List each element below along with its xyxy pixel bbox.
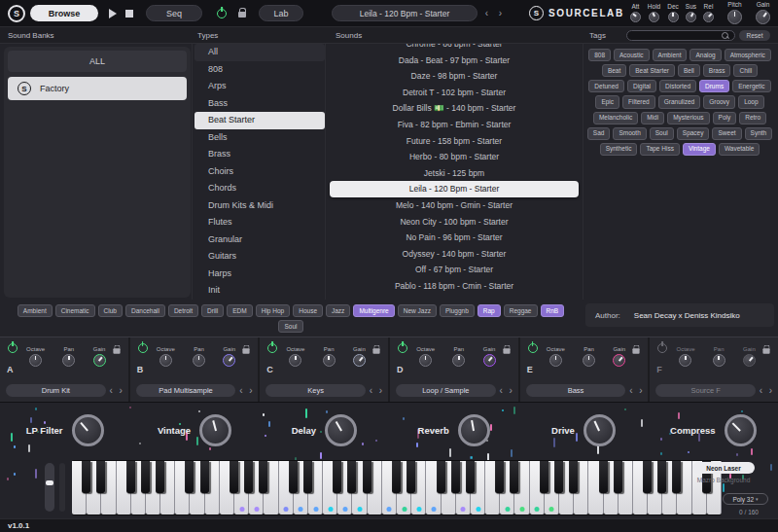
- piano-black-key[interactable]: [392, 461, 401, 493]
- pan-knob[interactable]: [583, 354, 595, 367]
- prev-source-icon[interactable]: ‹: [107, 386, 116, 396]
- tag-pill[interactable]: Distorted: [659, 80, 696, 92]
- genre-tag-pill[interactable]: EDM: [227, 304, 252, 317]
- tag-pill[interactable]: Smooth: [613, 127, 646, 140]
- piano-black-key[interactable]: [289, 461, 298, 493]
- genre-tag-pill[interactable]: Pluggnb: [440, 304, 475, 317]
- type-item[interactable]: Choirs: [194, 163, 325, 181]
- gain-knob[interactable]: [483, 354, 496, 367]
- type-item[interactable]: 808: [194, 61, 325, 79]
- octave-knob[interactable]: [29, 354, 42, 367]
- piano-black-key[interactable]: [96, 461, 105, 493]
- tag-pill[interactable]: Soul: [650, 127, 674, 140]
- effect-knob[interactable]: [199, 414, 231, 446]
- piano-black-key[interactable]: [186, 461, 194, 493]
- piano-black-key[interactable]: [244, 461, 253, 493]
- piano-black-key[interactable]: [363, 461, 371, 493]
- octave-knob[interactable]: [419, 354, 432, 367]
- tag-pill[interactable]: Spacey: [677, 127, 710, 140]
- env-knob-att[interactable]: [630, 12, 641, 22]
- next-source-icon[interactable]: ›: [117, 386, 125, 396]
- channel-source-select[interactable]: Keys: [265, 384, 366, 397]
- genre-tag-pill[interactable]: Reggae: [504, 304, 538, 317]
- piano-black-key[interactable]: [540, 461, 548, 493]
- tag-pill[interactable]: Synth: [745, 127, 773, 140]
- piano-black-key[interactable]: [511, 461, 519, 493]
- octave-knob[interactable]: [679, 354, 691, 367]
- genre-tag-pill[interactable]: Cinematic: [55, 304, 95, 317]
- prev-source-icon[interactable]: ‹: [367, 386, 375, 396]
- genre-tag-pill[interactable]: Dancehall: [125, 304, 165, 317]
- tag-pill[interactable]: Acoustic: [614, 49, 650, 61]
- tag-pill[interactable]: Synthetic: [600, 143, 638, 156]
- preset-selector[interactable]: Leila - 120 Bpm - Starter: [332, 5, 477, 21]
- piano-black-key[interactable]: [333, 461, 341, 493]
- sound-item[interactable]: Detroit T - 102 bpm - Starter: [330, 85, 579, 101]
- piano-black-key[interactable]: [200, 461, 209, 493]
- tag-pill[interactable]: Wavetable: [719, 143, 760, 156]
- sound-item[interactable]: Neon City - 100 bpm - Starter: [330, 214, 579, 231]
- master-power-icon[interactable]: [217, 9, 227, 18]
- piano-black-key[interactable]: [614, 461, 622, 493]
- tag-pill[interactable]: Midi: [641, 112, 664, 124]
- pitch-wheel[interactable]: [45, 463, 54, 512]
- visual-preset-button[interactable]: Neon Laser: [692, 462, 755, 474]
- piano-black-key[interactable]: [407, 461, 415, 493]
- piano-black-key[interactable]: [643, 461, 652, 493]
- tag-pill[interactable]: Poly: [713, 112, 737, 124]
- tag-pill[interactable]: Beat: [602, 64, 626, 77]
- channel-power-icon[interactable]: [267, 343, 277, 353]
- tag-pill[interactable]: Melancholic: [593, 112, 638, 124]
- genre-tag-pill[interactable]: Multigenre: [353, 304, 394, 317]
- tag-pill[interactable]: Retro: [739, 112, 766, 124]
- poly-selector[interactable]: Poly 32 ▾: [723, 493, 768, 505]
- seq-button[interactable]: Seq: [146, 5, 202, 21]
- sound-item[interactable]: Future - 158 bpm - Starter: [330, 133, 579, 150]
- genre-tag-pill[interactable]: Soul: [278, 320, 302, 333]
- bank-item[interactable]: ALL: [8, 51, 187, 72]
- pan-knob[interactable]: [713, 354, 725, 367]
- env-knob-hold[interactable]: [649, 12, 659, 22]
- pitch-wheel-handle[interactable]: [46, 480, 53, 485]
- prev-source-icon[interactable]: ‹: [757, 386, 765, 396]
- reset-button[interactable]: Reset: [739, 30, 770, 41]
- prev-source-icon[interactable]: ‹: [497, 386, 506, 396]
- type-item[interactable]: Chords: [194, 180, 325, 197]
- tag-pill[interactable]: Sad: [587, 127, 611, 140]
- env-knob-sus[interactable]: [686, 12, 696, 22]
- sound-item[interactable]: Dollar Bills 💵 - 140 bpm - Starter: [330, 100, 579, 117]
- channel-power-icon[interactable]: [528, 343, 538, 353]
- gain-knob[interactable]: [353, 354, 366, 367]
- sound-item[interactable]: Jetski - 125 bpm: [330, 165, 579, 182]
- sound-item[interactable]: Herbo - 80 bpm - Starter: [330, 149, 579, 165]
- tag-search-input[interactable]: [632, 32, 719, 39]
- octave-knob[interactable]: [549, 354, 562, 367]
- visual-preset-secondary[interactable]: Mazro Background: [684, 477, 763, 483]
- genre-tag-pill[interactable]: Detroit: [168, 304, 198, 317]
- piano-black-key[interactable]: [303, 461, 312, 493]
- sound-item[interactable]: Daze - 98 bpm - Starter: [330, 68, 579, 85]
- tag-pill[interactable]: Chill: [733, 64, 758, 77]
- env-knob-dec[interactable]: [668, 12, 679, 22]
- genre-tag-pill[interactable]: House: [293, 304, 323, 317]
- tag-pill[interactable]: Brass: [703, 64, 731, 77]
- genre-tag-pill[interactable]: RnB: [541, 304, 565, 317]
- env-knob-rel[interactable]: [703, 12, 714, 22]
- tag-pill[interactable]: Drums: [699, 80, 729, 92]
- octave-knob[interactable]: [289, 354, 301, 367]
- tag-search-box[interactable]: [626, 30, 735, 41]
- next-source-icon[interactable]: ›: [636, 386, 645, 396]
- pitch-knob[interactable]: [727, 10, 742, 24]
- browse-button[interactable]: Browse: [30, 5, 98, 21]
- type-item[interactable]: Arps: [194, 78, 325, 95]
- tag-pill[interactable]: 808: [588, 49, 611, 61]
- type-item[interactable]: Drum Kits & Midi: [194, 197, 325, 215]
- effect-knob[interactable]: [458, 414, 490, 446]
- channel-power-icon[interactable]: [657, 343, 667, 353]
- type-item[interactable]: Bass: [194, 95, 325, 113]
- next-source-icon[interactable]: ›: [246, 386, 255, 396]
- piano-black-key[interactable]: [599, 461, 608, 493]
- piano-black-key[interactable]: [466, 461, 475, 493]
- gain-knob[interactable]: [613, 354, 625, 367]
- effect-knob[interactable]: [325, 414, 357, 446]
